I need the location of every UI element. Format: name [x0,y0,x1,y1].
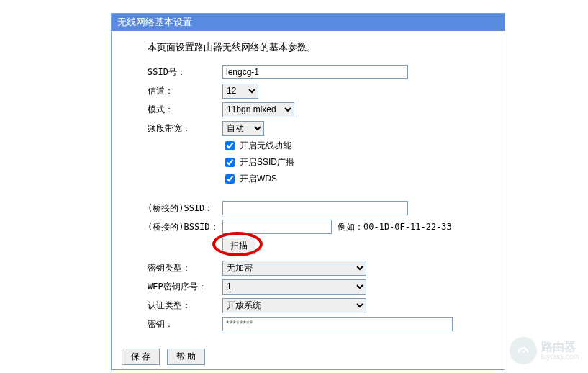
footer-bar: 保 存 帮 助 [111,344,505,370]
router-icon [510,337,537,364]
bssid-example: 例如：00-1D-0F-11-22-33 [338,221,452,233]
mode-label: 模式： [148,104,222,116]
channel-select[interactable]: 12 [222,84,258,99]
watermark: 路由器 luyouqi.com [510,337,579,364]
help-button[interactable]: 帮 助 [167,349,205,365]
scan-button[interactable]: 扫描 [222,238,255,254]
auth-label: 认证类型： [148,300,222,312]
enable-wds-checkbox[interactable] [225,174,235,184]
bridge-bssid-label: (桥接的)BSSID： [148,221,222,233]
watermark-title: 路由器 [541,341,579,354]
panel-body: 本页面设置路由器无线网络的基本参数。 SSID号： 信道： 12 模式： 11b… [112,31,505,345]
bandwidth-label: 频段带宽： [148,122,222,135]
keytype-label: 密钥类型： [148,262,222,274]
wepidx-label: WEP密钥序号： [148,281,222,293]
wepidx-select[interactable]: 1 [222,279,366,295]
page-description: 本页面设置路由器无线网络的基本参数。 [148,41,476,54]
channel-label: 信道： [148,85,222,97]
enable-wds-label: 开启WDS [240,173,277,185]
auth-select[interactable]: 开放系统 [222,298,366,313]
enable-ssid-checkbox[interactable] [225,158,235,167]
key-label: 密钥： [148,318,222,331]
mode-select[interactable]: 11bgn mixed [222,102,294,117]
ssid-input[interactable] [222,65,408,79]
bridge-ssid-input[interactable] [222,201,408,215]
bandwidth-select[interactable]: 自动 [222,121,264,136]
settings-panel: 无线网络基本设置 本页面设置路由器无线网络的基本参数。 SSID号： 信道： 1… [111,13,505,346]
save-button[interactable]: 保 存 [122,349,160,365]
bridge-ssid-label: (桥接的)SSID： [148,202,222,215]
enable-wifi-label: 开启无线功能 [240,140,291,152]
enable-wifi-checkbox[interactable] [225,141,235,150]
key-input[interactable] [222,317,453,331]
panel-title: 无线网络基本设置 [112,14,505,31]
keytype-select[interactable]: 无加密 [222,261,366,276]
bridge-bssid-input[interactable] [222,220,332,234]
watermark-sub: luyouqi.com [541,353,579,361]
ssid-label: SSID号： [148,66,222,78]
enable-ssid-label: 开启SSID广播 [240,156,294,168]
